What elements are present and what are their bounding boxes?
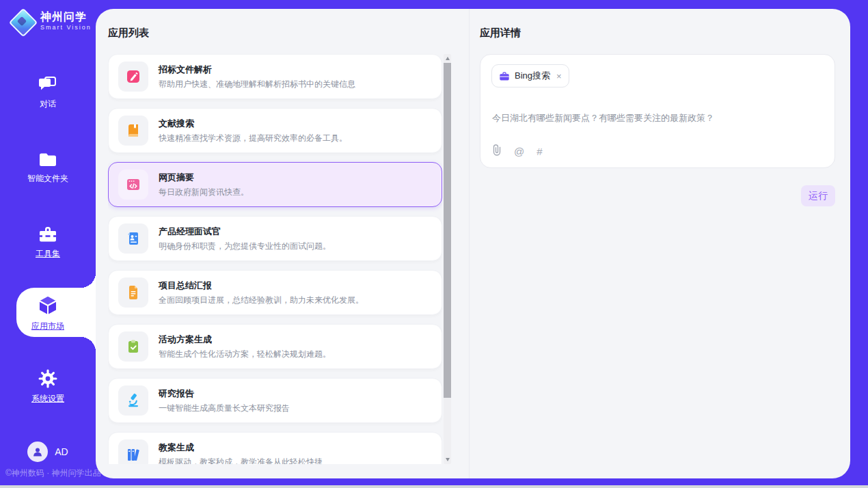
sidebar-item-chat[interactable]: 对话 xyxy=(0,75,96,110)
app-card-title: 网页摘要 xyxy=(159,172,249,184)
scrollbar-thumb[interactable] xyxy=(444,63,451,398)
app-card-title: 项目总结汇报 xyxy=(159,280,364,292)
run-button[interactable]: 运行 xyxy=(801,185,835,206)
sidebar-item-smart-folder[interactable]: 智能文件夹 xyxy=(0,151,96,185)
copyright-footer: ©神州数码 · 神州问学出品 xyxy=(5,467,101,479)
app-card-pm-interviewer[interactable]: 产品经理面试官 明确身份和职责，为您提供专业性的面试问题。 xyxy=(108,216,442,261)
hash-icon[interactable]: # xyxy=(537,146,542,157)
avatar xyxy=(27,442,48,462)
sidebar-item-app-market[interactable]: 应用市场 xyxy=(0,295,96,332)
app-card-event-plan[interactable]: 活动方案生成 智能生成个性化活动方案，轻松解决规划难题。 xyxy=(108,324,442,369)
app-card-title: 研究报告 xyxy=(159,388,290,400)
scroll-up-button[interactable] xyxy=(444,54,451,63)
chat-icon xyxy=(38,75,58,94)
app-list-scrollbar[interactable] xyxy=(444,54,451,464)
window-bottom-edge xyxy=(0,485,868,488)
app-card-bid-analysis[interactable]: 招标文件解析 帮助用户快速、准确地理解和解析招标书中的关键信息 xyxy=(108,54,442,99)
brand-subtitle: Smart Vision xyxy=(40,25,92,31)
scroll-down-button[interactable] xyxy=(444,455,451,464)
app-detail-title: 应用详情 xyxy=(480,27,521,40)
app-list-title: 应用列表 xyxy=(108,27,149,40)
book-icon xyxy=(118,116,148,146)
prompt-card: Bing搜索 × 今日湖北有哪些新闻要点？有哪些需要关注的最新政策？ @ # xyxy=(480,54,835,168)
close-icon[interactable]: × xyxy=(556,72,562,81)
prompt-toolbar: @ # xyxy=(492,144,543,159)
sidebar: 神州问学 Smart Vision 对话 智能文件夹 xyxy=(0,0,96,488)
app-card-title: 招标文件解析 xyxy=(159,64,355,76)
sidebar-item-label: 系统设置 xyxy=(31,393,64,405)
paperclip-icon[interactable] xyxy=(492,144,502,159)
triangle-down-icon xyxy=(446,458,450,461)
app-card-desc: 每日政府新闻资讯快查。 xyxy=(159,187,249,198)
app-card-title: 教案生成 xyxy=(159,442,323,454)
toolbox-icon xyxy=(38,225,58,244)
app-card-desc: 智能生成个性化活动方案，轻松解决规划难题。 xyxy=(159,349,331,360)
app-card-title: 产品经理面试官 xyxy=(159,226,331,238)
app-card-desc: 帮助用户快速、准确地理解和解析招标书中的关键信息 xyxy=(159,79,355,90)
user-initials: AD xyxy=(55,446,68,457)
brand-diamond-icon xyxy=(10,9,34,33)
brand-name: 神州问学 xyxy=(40,11,92,23)
document-icon xyxy=(118,277,148,308)
app-card-project-summary[interactable]: 项目总结汇报 全面回顾项目进展，总结经验教训，助力未来优化发展。 xyxy=(108,270,442,315)
app-card-lesson-plan[interactable]: 教案生成 模板驱动，教案秒成，教学准备从此轻松快捷 xyxy=(108,432,442,464)
app-card-desc: 快速精准查找学术资源，提高研究效率的必备工具。 xyxy=(159,133,347,144)
app-card-desc: 一键智能生成高质量长文本研究报告 xyxy=(159,403,290,414)
cube-icon xyxy=(37,295,59,316)
tool-tag-label: Bing搜索 xyxy=(515,70,550,82)
main-content: 应用列表 应用详情 招标文件解析 帮助用户快速、准确地理解和解析招标书中的关键信… xyxy=(96,9,850,478)
app-card-desc: 全面回顾项目进展，总结经验教训，助力未来优化发展。 xyxy=(159,295,364,306)
app-card-desc: 明确身份和职责，为您提供专业性的面试问题。 xyxy=(159,241,331,252)
gear-icon xyxy=(38,368,58,389)
books-icon xyxy=(118,439,148,464)
edit-square-icon xyxy=(118,62,148,92)
app-card-literature-search[interactable]: 文献搜索 快速精准查找学术资源，提高研究效率的必备工具。 xyxy=(108,108,442,153)
sidebar-item-label: 工具集 xyxy=(36,248,60,260)
tool-tag-bing-search[interactable]: Bing搜索 × xyxy=(491,64,569,87)
app-card-title: 活动方案生成 xyxy=(159,334,331,346)
sidebar-item-toolbox[interactable]: 工具集 xyxy=(0,225,96,260)
triangle-up-icon xyxy=(446,57,450,60)
sidebar-item-label: 智能文件夹 xyxy=(27,173,68,185)
at-icon[interactable]: @ xyxy=(514,146,524,157)
brand-logo: 神州问学 Smart Vision xyxy=(10,9,92,33)
app-list: 招标文件解析 帮助用户快速、准确地理解和解析招标书中的关键信息 文献搜索 快速精… xyxy=(108,54,442,464)
person-icon xyxy=(31,446,44,458)
resume-icon xyxy=(118,223,148,254)
panel-divider xyxy=(469,9,470,478)
browser-code-icon xyxy=(118,170,148,200)
microscope-icon xyxy=(118,385,148,416)
prompt-input[interactable]: 今日湖北有哪些新闻要点？有哪些需要关注的最新政策？ xyxy=(492,112,824,124)
app-card-title: 文献搜索 xyxy=(159,118,347,130)
folder-icon xyxy=(38,151,58,169)
app-card-research-report[interactable]: 研究报告 一键智能生成高质量长文本研究报告 xyxy=(108,378,442,423)
app-card-desc: 模板驱动，教案秒成，教学准备从此轻松快捷 xyxy=(159,457,323,465)
app-card-web-summary[interactable]: 网页摘要 每日政府新闻资讯快查。 xyxy=(108,162,442,207)
clipboard-check-icon xyxy=(118,331,148,362)
briefcase-icon xyxy=(499,71,510,81)
user-account[interactable]: AD xyxy=(0,442,96,462)
sidebar-item-label: 对话 xyxy=(40,98,56,110)
sidebar-item-settings[interactable]: 系统设置 xyxy=(0,368,96,405)
sidebar-item-label: 应用市场 xyxy=(31,321,64,332)
